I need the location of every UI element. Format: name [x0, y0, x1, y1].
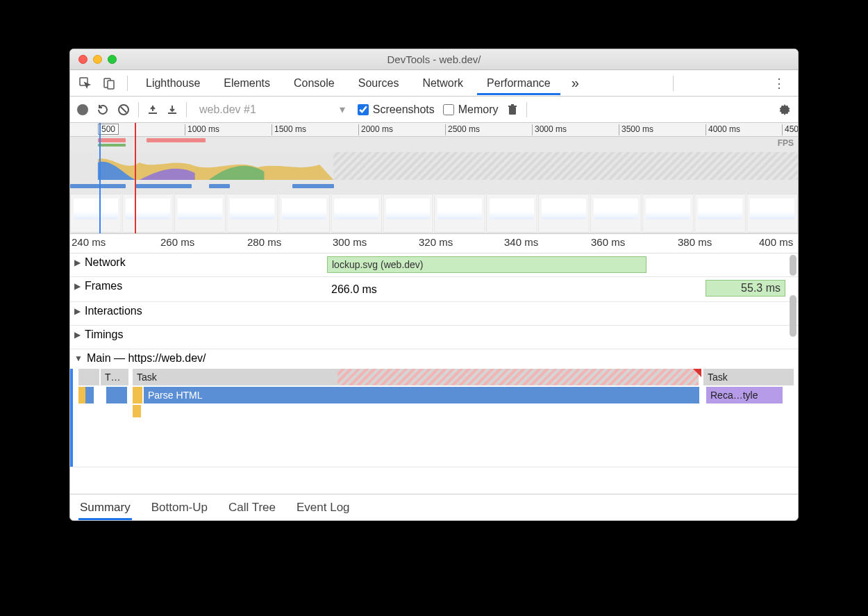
tab-console[interactable]: Console: [284, 72, 344, 95]
frame-duration[interactable]: 55.3 ms: [706, 280, 785, 297]
flame-chart[interactable]: 240 ms 260 ms 280 ms 300 ms 320 ms 340 m…: [70, 234, 798, 494]
expand-icon[interactable]: ▶: [74, 281, 81, 291]
devtools-window: DevTools - web.dev/ Lighthouse Elements …: [69, 49, 799, 521]
recalc-style-bar[interactable]: Reca…tyle: [706, 387, 783, 403]
screenshot-thumb[interactable]: [226, 194, 278, 233]
svg-rect-10: [333, 152, 798, 180]
save-profile-button[interactable]: [167, 104, 178, 115]
overview-panel[interactable]: 500 1000 ms 1500 ms 2000 ms 2500 ms 3000…: [70, 123, 798, 234]
recording-name: web.dev #1: [199, 103, 256, 116]
overview-fps-strip: [70, 137, 798, 147]
vertical-scrollbar[interactable]: [790, 295, 796, 337]
screenshot-thumb[interactable]: [538, 194, 590, 233]
frames-track[interactable]: ▶Frames 266.0 ms 55.3 ms: [70, 277, 798, 302]
collapse-icon[interactable]: ▼: [74, 353, 83, 363]
record-button[interactable]: [77, 104, 88, 115]
screenshot-thumb[interactable]: [590, 194, 642, 233]
network-request-bar[interactable]: lockup.svg (web.dev): [327, 256, 646, 273]
load-profile-button[interactable]: [147, 104, 158, 115]
track-selection-indicator: [70, 369, 73, 467]
svg-rect-4: [149, 113, 157, 114]
main-thread-track[interactable]: ▼Main — https://web.dev/ T… Task Task: [70, 349, 798, 467]
overview-net-strip: [70, 183, 798, 191]
tab-lighthouse[interactable]: Lighthouse: [136, 72, 210, 95]
recording-selector[interactable]: web.dev #1 ▾: [195, 101, 349, 117]
tracks-area: ▶Network lockup.svg (web.dev) ▶Frames 26…: [70, 253, 798, 494]
memory-checkbox[interactable]: Memory: [443, 103, 499, 116]
screenshot-thumb[interactable]: [694, 194, 746, 233]
task-bar[interactable]: Task: [133, 369, 337, 385]
overview-selection[interactable]: [99, 123, 136, 233]
screenshots-input[interactable]: [358, 104, 369, 115]
task-bar[interactable]: [91, 369, 99, 385]
screenshot-thumb[interactable]: [642, 194, 694, 233]
screenshots-checkbox[interactable]: Screenshots: [358, 103, 435, 116]
svg-rect-2: [108, 81, 114, 89]
timings-track[interactable]: ▶Timings: [70, 326, 798, 349]
screenshot-thumb[interactable]: [746, 194, 798, 233]
capture-settings-icon[interactable]: [778, 103, 791, 116]
svg-rect-5: [168, 113, 176, 114]
titlebar: DevTools - web.dev/: [70, 49, 798, 70]
performance-toolbar: web.dev #1 ▾ Screenshots Memory: [70, 97, 798, 123]
tab-call-tree[interactable]: Call Tree: [227, 495, 277, 520]
expand-icon[interactable]: ▶: [74, 306, 81, 316]
tab-bottom-up[interactable]: Bottom-Up: [150, 495, 209, 520]
svg-rect-8: [511, 104, 514, 106]
screenshot-thumb[interactable]: [486, 194, 537, 233]
long-task-flag-icon: [693, 369, 701, 377]
tab-event-log[interactable]: Event Log: [295, 495, 351, 520]
task-bar[interactable]: T…: [101, 369, 128, 385]
flame-bar[interactable]: [85, 387, 94, 403]
expand-icon[interactable]: ▶: [74, 330, 81, 340]
clear-button[interactable]: [117, 103, 130, 116]
network-track[interactable]: ▶Network lockup.svg (web.dev): [70, 253, 798, 277]
overview-screenshots: [70, 194, 798, 233]
interactions-track[interactable]: ▶Interactions: [70, 302, 798, 326]
screenshot-thumb[interactable]: [331, 194, 382, 233]
screenshot-thumb[interactable]: [383, 194, 434, 233]
svg-rect-6: [509, 107, 516, 115]
flame-bar[interactable]: [133, 405, 141, 417]
memory-input[interactable]: [443, 104, 454, 115]
frame-duration[interactable]: 266.0 ms: [327, 281, 466, 298]
parse-html-bar[interactable]: Parse HTML: [144, 387, 699, 403]
timeline-ruler[interactable]: 240 ms 260 ms 280 ms 300 ms 320 ms 340 m…: [70, 234, 798, 253]
svg-rect-7: [508, 106, 517, 107]
overview-cpu-strip: [70, 152, 798, 180]
long-task-bar[interactable]: [337, 369, 699, 385]
vertical-scrollbar[interactable]: [790, 255, 796, 276]
flame-bar[interactable]: [133, 387, 142, 403]
tab-sources[interactable]: Sources: [349, 72, 409, 95]
more-tabs-icon[interactable]: »: [566, 72, 585, 94]
details-tabs: Summary Bottom-Up Call Tree Event Log: [70, 494, 798, 520]
window-title: DevTools - web.dev/: [70, 53, 798, 65]
screenshot-thumb[interactable]: [174, 194, 226, 233]
device-toolbar-icon[interactable]: [99, 74, 119, 93]
screenshot-thumb[interactable]: [434, 194, 485, 233]
delete-profile-button[interactable]: [507, 103, 518, 116]
kebab-menu-icon[interactable]: ⋮: [766, 73, 792, 94]
flame-bar[interactable]: [106, 387, 127, 403]
expand-icon[interactable]: ▶: [74, 258, 81, 267]
tab-summary[interactable]: Summary: [78, 495, 132, 520]
reload-record-button[interactable]: [97, 103, 109, 116]
tab-network[interactable]: Network: [412, 72, 473, 95]
caret-down-icon: ▾: [340, 103, 345, 116]
overview-ruler[interactable]: 500 1000 ms 1500 ms 2000 ms 2500 ms 3000…: [70, 123, 798, 137]
task-bar[interactable]: Task: [703, 369, 794, 385]
panel-tabs: Lighthouse Elements Console Sources Netw…: [70, 70, 798, 97]
screenshot-thumb[interactable]: [278, 194, 330, 233]
tab-elements[interactable]: Elements: [214, 72, 280, 95]
inspect-element-icon[interactable]: [76, 74, 95, 93]
tab-performance[interactable]: Performance: [477, 72, 560, 95]
